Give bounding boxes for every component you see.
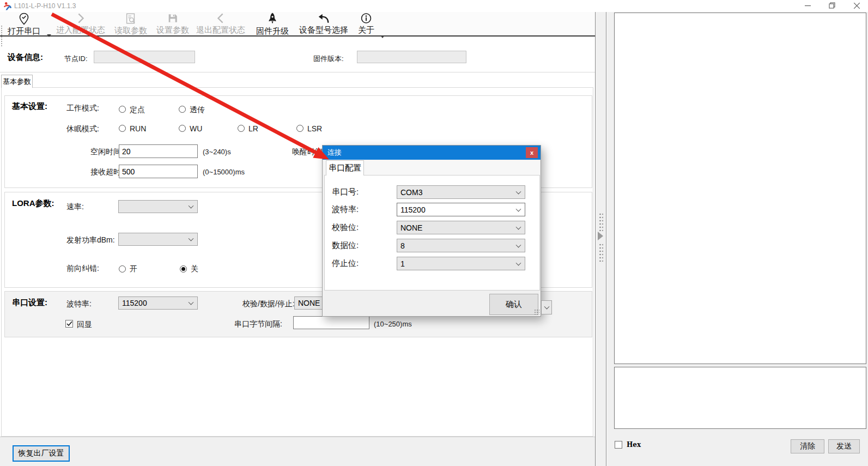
connect-dialog: 连接 x 串口配置 串口号: COM3 波特率: 115200 校验位: NON…: [322, 145, 541, 317]
toolbar-separator: [0, 35, 595, 37]
dialog-data-bits-label: 数据位:: [332, 240, 359, 251]
serial-baud-select[interactable]: 115200: [118, 296, 198, 310]
hex-checkbox[interactable]: [615, 441, 622, 449]
toolbar-read-params-label: 读取参数: [114, 26, 147, 36]
toolbar-device-model-label: 设备型号选择: [299, 25, 348, 35]
serial-settings-section-label: 串口设置:: [12, 298, 47, 308]
clear-button-label: 清除: [800, 441, 815, 451]
tx-power-select[interactable]: [118, 233, 198, 246]
check-icon: [66, 321, 72, 326]
panel-splitter[interactable]: [595, 12, 606, 466]
fec-radio-on[interactable]: [119, 265, 126, 273]
toolbar-firmware-upgrade-button[interactable]: 固件升级: [252, 12, 293, 35]
serial-baud-label: 波特率:: [66, 299, 92, 309]
device-info-section-label: 设备信息:: [8, 52, 43, 63]
echo-label: 回显: [77, 320, 92, 330]
toolbar-about-button[interactable]: 关于: [354, 12, 378, 35]
close-icon: [854, 3, 860, 9]
idle-time-hint: (3~240)s: [203, 148, 231, 156]
firmware-version-label: 固件版本:: [313, 54, 344, 64]
connect-dialog-title: 连接: [327, 148, 342, 158]
dialog-confirm-button[interactable]: 确认: [489, 294, 538, 315]
send-data-area[interactable]: [614, 367, 866, 429]
dialog-close-button[interactable]: x: [526, 147, 538, 158]
node-id-label: 节点ID:: [64, 54, 88, 64]
idle-time-field[interactable]: 20: [119, 144, 198, 158]
dialog-close-icon: x: [530, 149, 533, 156]
dialog-tab-serial-config[interactable]: 串口配置: [326, 160, 364, 175]
lora-params-section-label: LORA参数:: [12, 198, 54, 209]
chevron-right-icon: [75, 12, 86, 25]
dialog-stop-bits-select[interactable]: 1: [397, 257, 525, 270]
rate-label: 速率:: [66, 202, 84, 212]
app-logo-icon: [3, 2, 12, 10]
parity-data-stop-label: 校验/数据/停止:: [242, 299, 295, 309]
dialog-data-bits-select[interactable]: 8: [397, 239, 525, 252]
work-mode-transparent-label: 透传: [190, 105, 205, 115]
byte-gap-label: 串口字节间隔:: [234, 319, 282, 329]
toolbar-enter-config-label: 进入配置状态: [56, 25, 105, 35]
splitter-grip: [599, 213, 603, 231]
chevron-down-icon: [189, 300, 194, 305]
work-mode-radio-transparent[interactable]: [179, 106, 186, 113]
minimize-button[interactable]: [799, 0, 816, 11]
sleep-mode-wu-label: WU: [190, 124, 202, 133]
toolbar: 打开串口 进入配置状态 读取参数 设置参数 退出配置状态: [0, 12, 595, 35]
toolbar-exit-config-button[interactable]: 退出配置状态: [194, 12, 247, 35]
sleep-mode-radio-run[interactable]: [119, 125, 126, 132]
clear-button[interactable]: 清除: [791, 439, 824, 453]
sleep-mode-lr-label: LR: [248, 124, 258, 133]
byte-gap-field[interactable]: [293, 316, 369, 329]
chevron-left-icon: [215, 12, 226, 25]
toolbar-read-params-button[interactable]: 读取参数: [111, 12, 150, 35]
chevron-down-icon: [189, 236, 194, 241]
dialog-stop-bits-value: 1: [400, 259, 405, 268]
parity-data-stop-value: NONE: [298, 299, 320, 307]
tab-basic-params-label: 基本参数: [3, 77, 31, 87]
fec-radio-off[interactable]: [180, 265, 187, 273]
rate-select[interactable]: [118, 200, 198, 213]
toolbar-set-params-button[interactable]: 设置参数: [155, 12, 191, 35]
byte-gap-hint: (10~250)ms: [374, 320, 412, 328]
toolbar-enter-config-button[interactable]: 进入配置状态: [54, 12, 107, 35]
factory-reset-button[interactable]: 恢复出厂设置: [13, 445, 70, 462]
work-mode-label: 工作模式:: [66, 104, 99, 113]
node-id-field[interactable]: [94, 51, 195, 63]
dialog-tab-serial-config-label: 串口配置: [329, 163, 361, 173]
work-mode-radio-fixed[interactable]: [119, 106, 126, 113]
window-titlebar: L101-L-P-H10 V1.1.3: [0, 0, 868, 12]
connect-dialog-titlebar[interactable]: 连接: [323, 146, 541, 160]
partially-hidden-combo-edge[interactable]: [541, 300, 552, 314]
dialog-parity-value: NONE: [400, 223, 422, 232]
sleep-mode-run-label: RUN: [130, 124, 146, 133]
dialog-parity-select[interactable]: NONE: [397, 221, 525, 234]
chevron-down-icon: [516, 224, 521, 229]
pin-check-icon: [18, 12, 30, 26]
port-value: COM3: [400, 188, 422, 197]
chevron-down-icon: [516, 206, 521, 211]
dialog-baud-select[interactable]: 115200: [397, 203, 525, 216]
toolbar-exit-config-label: 退出配置状态: [196, 25, 245, 35]
close-button[interactable]: [848, 0, 865, 11]
rx-timeout-field[interactable]: 500: [119, 165, 198, 178]
send-button[interactable]: 发送: [828, 439, 860, 453]
sleep-mode-radio-wu[interactable]: [179, 125, 186, 132]
divider: [0, 72, 595, 72]
toolbar-open-serial-button[interactable]: 打开串口: [4, 12, 44, 35]
receive-data-area[interactable]: [614, 13, 866, 364]
port-select[interactable]: COM3: [397, 185, 525, 199]
toolbar-set-params-label: 设置参数: [156, 25, 189, 35]
dialog-resize-grip[interactable]: [534, 309, 539, 314]
toolbar-device-model-button[interactable]: 设备型号选择: [296, 12, 351, 35]
hex-label: Hex: [627, 441, 641, 449]
window-title: L101-L-P-H10 V1.1.3: [14, 2, 76, 10]
tab-basic-params[interactable]: 基本参数: [1, 75, 33, 88]
echo-checkbox[interactable]: [65, 320, 73, 328]
sleep-mode-radio-lsr[interactable]: [296, 125, 304, 132]
firmware-version-field[interactable]: [357, 51, 466, 63]
dialog-parity-label: 校验位:: [332, 222, 359, 233]
sleep-mode-radio-lr[interactable]: [238, 125, 245, 132]
maximize-button[interactable]: [824, 0, 840, 11]
factory-reset-label: 恢复出厂设置: [19, 449, 64, 458]
splitter-collapse-arrow-icon[interactable]: [598, 232, 603, 240]
